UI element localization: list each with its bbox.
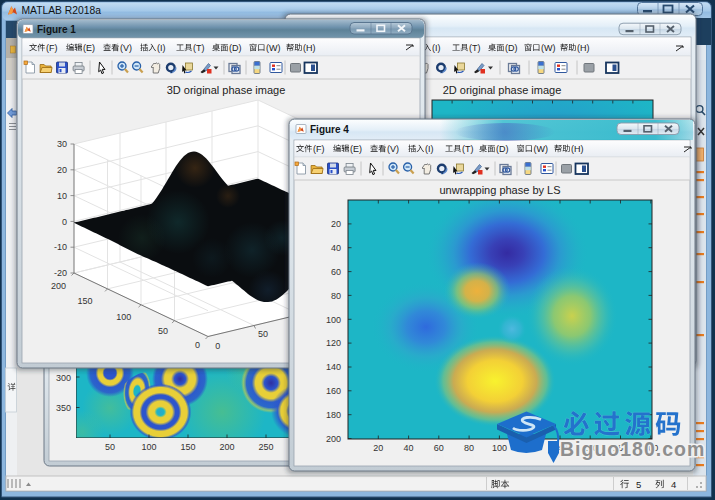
svg-text:10: 10 [57,191,67,201]
svg-text:(E): (E) [350,144,362,154]
svg-text:3D original phase image: 3D original phase image [167,84,286,96]
svg-text:150: 150 [180,442,195,452]
svg-text:-20: -20 [54,268,67,278]
svg-text:(W): (W) [541,43,556,53]
svg-text:(I): (I) [157,43,166,53]
svg-text:(T): (T) [462,144,474,154]
svg-text:Figure 1: Figure 1 [37,24,76,35]
svg-text:100: 100 [141,442,156,452]
svg-text:200: 200 [219,442,234,452]
svg-text:200: 200 [326,434,341,444]
svg-text:30: 30 [57,139,67,149]
svg-text:(V): (V) [120,43,132,53]
svg-text:(D): (D) [229,43,242,53]
svg-text:(W): (W) [266,43,281,53]
svg-text:160: 160 [326,386,341,396]
svg-text:350: 350 [56,403,71,413]
svg-text:(V): (V) [387,144,399,154]
svg-text:Biguo180.com: Biguo180.com [560,438,705,460]
svg-text:5: 5 [636,479,641,490]
svg-text:20: 20 [373,443,383,453]
svg-text:100: 100 [326,315,341,325]
svg-text:(I): (I) [425,144,434,154]
svg-text:4: 4 [671,479,676,490]
svg-text:(D): (D) [505,43,518,53]
svg-text:0: 0 [62,217,67,227]
svg-text:40: 40 [331,243,341,253]
svg-text:50: 50 [258,329,268,339]
svg-text:80: 80 [331,291,341,301]
svg-text:50: 50 [105,442,115,452]
svg-text:100: 100 [492,443,507,453]
svg-text:50: 50 [158,326,168,336]
svg-text:40: 40 [404,443,414,453]
svg-text:(I): (I) [432,43,441,53]
svg-text:250: 250 [258,442,273,452]
svg-text:(F): (F) [46,43,58,53]
svg-text:unwrapping phase by LS: unwrapping phase by LS [439,184,560,196]
svg-text:(H): (H) [571,144,584,154]
svg-text:60: 60 [434,443,444,453]
svg-text:60: 60 [331,267,341,277]
svg-text:(T): (T) [469,43,481,53]
svg-text:100: 100 [116,312,131,322]
svg-text:(F): (F) [313,144,325,154]
svg-text:200: 200 [51,281,66,291]
svg-text:(T): (T) [193,43,205,53]
svg-text:(W): (W) [533,144,548,154]
svg-text:(H): (H) [303,43,316,53]
svg-text:(E): (E) [83,43,95,53]
svg-text:(H): (H) [577,43,590,53]
svg-text:Figure 4: Figure 4 [310,124,349,135]
svg-text:0: 0 [215,341,220,351]
svg-text:0: 0 [195,340,200,350]
svg-text:2D original phase image: 2D original phase image [443,84,562,96]
svg-text:MATLAB R2018a: MATLAB R2018a [22,5,102,16]
svg-text:(D): (D) [496,144,509,154]
svg-text:-10: -10 [54,242,67,252]
svg-text:150: 150 [77,296,92,306]
svg-text:80: 80 [464,443,474,453]
svg-text:20: 20 [331,219,341,229]
svg-text:20: 20 [57,165,67,175]
svg-text:180: 180 [326,410,341,420]
svg-text:120: 120 [326,338,341,348]
svg-text:300: 300 [56,373,71,383]
svg-text:140: 140 [326,362,341,372]
